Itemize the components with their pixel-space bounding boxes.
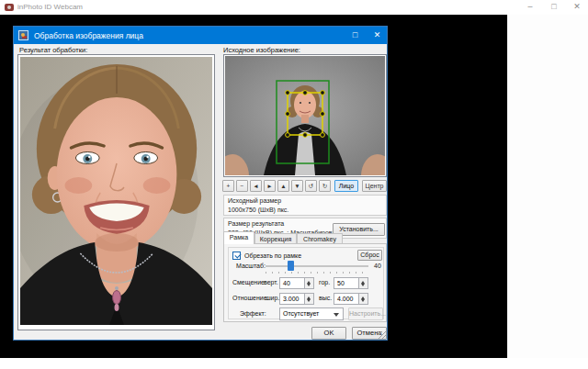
- offset-hor-spinner[interactable]: [358, 278, 368, 288]
- move-up-button[interactable]: ▲: [277, 180, 289, 192]
- ratio-width-field[interactable]: 3.000: [279, 293, 314, 305]
- ratio-label: Отношение:: [232, 295, 269, 301]
- ok-button[interactable]: OK: [311, 327, 346, 340]
- zoom-in-button[interactable]: +: [222, 180, 234, 192]
- reset-button[interactable]: Сброс: [357, 250, 382, 261]
- result-panel-label: Результат обработки:: [19, 46, 87, 54]
- source-photo[interactable]: [225, 56, 385, 175]
- frame-tab-panel: Обрезать по рамке Сброс Масштаб: 40 Смещ…: [223, 243, 387, 322]
- move-right-button[interactable]: ►: [264, 180, 276, 192]
- effect-label: Эффект:: [240, 310, 266, 317]
- spin-down-icon[interactable]: [361, 299, 365, 302]
- rotate-cw-button[interactable]: ↻: [319, 180, 331, 192]
- source-photo-panel: [223, 54, 387, 177]
- ratio-width-spinner[interactable]: [304, 294, 313, 304]
- spin-down-icon[interactable]: [307, 299, 311, 302]
- frame-tab-groupbox: Обрезать по рамке Сброс Масштаб: 40 Смещ…: [228, 247, 384, 319]
- source-size-title: Исходный размер: [228, 197, 281, 204]
- spin-down-icon[interactable]: [307, 284, 311, 286]
- ratio-height-spinner[interactable]: [358, 294, 368, 304]
- offset-vert-field[interactable]: 40: [279, 277, 314, 289]
- app-icon: [5, 4, 14, 11]
- offset-hor-value: 50: [337, 280, 345, 286]
- offset-vert-spinner[interactable]: [304, 278, 313, 288]
- scale-slider-thumb[interactable]: [288, 261, 294, 271]
- dialog-maximize-icon[interactable]: □: [345, 27, 366, 44]
- dialog-icon: [18, 30, 28, 40]
- source-panel-label: Исходное изображение:: [223, 46, 300, 54]
- screen: inPhoto ID Webcam – □ ✕ Захватить TWAIN …: [0, 0, 588, 369]
- app-titlebar: inPhoto ID Webcam – □ ✕: [0, 0, 588, 15]
- ratio-width-label: шир.: [266, 295, 279, 301]
- dialog-titlebar[interactable]: Обработка изображения лица □ ✕: [14, 27, 387, 44]
- spin-down-icon[interactable]: [361, 284, 365, 286]
- scale-slider-ticks: [266, 272, 368, 274]
- app-minimize-icon[interactable]: –: [519, 0, 541, 14]
- offset-hor-label: гор.: [319, 279, 330, 285]
- ratio-height-value: 4.000: [337, 296, 354, 302]
- move-down-button[interactable]: ▼: [291, 180, 303, 192]
- offset-hor-field[interactable]: 50: [334, 277, 368, 289]
- result-photo-panel: [17, 54, 215, 330]
- chevron-down-icon[interactable]: [334, 313, 339, 317]
- app-title: inPhoto ID Webcam: [17, 3, 83, 11]
- effect-dropdown[interactable]: Отсутствует: [279, 308, 344, 320]
- offset-vert-label: верт.: [264, 279, 278, 285]
- ratio-height-label: выс.: [319, 295, 332, 301]
- app-bottom-strip: [0, 358, 588, 369]
- zoom-out-button[interactable]: −: [236, 180, 248, 192]
- dialog-title: Обработка изображения лица: [34, 31, 143, 40]
- scale-label: Масштаб:: [236, 263, 266, 269]
- result-photo: [20, 57, 212, 325]
- result-size-title: Размер результата: [228, 220, 284, 227]
- face-processing-dialog: Обработка изображения лица □ ✕ Результат…: [13, 26, 388, 341]
- scale-value: 40: [374, 263, 381, 269]
- app-close-icon[interactable]: ✕: [566, 0, 588, 14]
- dialog-close-icon[interactable]: ✕: [367, 27, 388, 44]
- move-left-button[interactable]: ◄: [250, 180, 262, 192]
- resize-grip[interactable]: [379, 331, 386, 339]
- scale-slider-track[interactable]: [266, 265, 368, 267]
- crop-checkbox[interactable]: [232, 252, 241, 260]
- offset-vert-value: 40: [283, 280, 290, 286]
- tab-frame[interactable]: Рамка: [223, 231, 254, 244]
- source-size-value: 1000x750 (ШxВ) пкс.: [228, 207, 288, 213]
- command-sidebar: Захватить TWAIN Захватить в файл Обновит…: [507, 15, 588, 358]
- ratio-height-field[interactable]: 4.000: [334, 293, 368, 305]
- source-size-group: Исходный размер 1000x750 (ШxВ) пкс.: [223, 195, 387, 216]
- crop-checkbox-label: Обрезать по рамке: [244, 252, 301, 259]
- rotate-ccw-button[interactable]: ↺: [305, 180, 317, 192]
- app-maximize-icon[interactable]: □: [543, 0, 565, 14]
- configure-effect-button[interactable]: Настроить...: [348, 308, 383, 320]
- ratio-width-value: 3.000: [283, 296, 300, 302]
- offset-label: Смещение:: [232, 279, 266, 285]
- face-toggle-button[interactable]: Лицо: [334, 180, 358, 192]
- center-button[interactable]: Центр: [362, 180, 387, 192]
- effect-dropdown-value: Отсутствует: [283, 310, 319, 317]
